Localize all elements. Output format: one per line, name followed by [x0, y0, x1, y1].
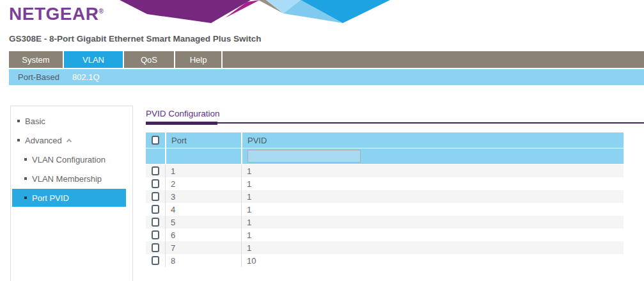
port-cell: 2 [165, 177, 241, 190]
sidebar-item-label: VLAN Membership [32, 174, 102, 184]
pvid-cell: 1 [241, 241, 624, 254]
port-cell: 7 [165, 241, 241, 254]
pvid-cell: 1 [241, 165, 624, 177]
row-checkbox[interactable] [152, 192, 159, 201]
nav-tab-system[interactable]: System [9, 51, 64, 68]
select-all-checkbox[interactable] [152, 136, 159, 145]
pvid-cell: 10 [241, 254, 624, 267]
main-content: PVID Configuration Port PVID 1 1 2 1 3 [146, 109, 644, 267]
port-cell: 8 [165, 254, 241, 267]
table-header-row: Port PVID [146, 132, 624, 149]
nav-tab-qos[interactable]: QoS [124, 51, 175, 68]
row-checkbox[interactable] [152, 230, 159, 239]
sidebar-item-basic[interactable]: Basic [11, 111, 132, 131]
subnav-item-8021q[interactable]: 802.1Q [68, 72, 109, 82]
sidebar-item-advanced[interactable]: Advanced [11, 131, 132, 150]
table-row: 8 10 [146, 254, 624, 267]
pvid-cell: 1 [241, 216, 624, 229]
sidebar-item-label: Advanced [25, 136, 62, 145]
row-checkbox[interactable] [152, 256, 159, 265]
pvid-cell: 1 [241, 229, 624, 241]
registered-mark: ® [98, 8, 104, 15]
pvid-cell: 1 [241, 190, 624, 203]
bullet-icon [17, 139, 20, 141]
subnav-item-port-based[interactable]: Port-Based [9, 72, 68, 82]
bullet-icon [24, 197, 27, 199]
pvid-table: Port PVID 1 1 2 1 3 1 4 1 [146, 132, 624, 267]
bullet-icon [24, 177, 27, 180]
table-row: 1 1 [146, 165, 624, 177]
row-checkbox[interactable] [152, 166, 159, 175]
column-header-pvid: PVID [241, 132, 624, 148]
sidebar-item-vlan-membership[interactable]: VLAN Membership [11, 169, 132, 188]
port-cell: 3 [165, 190, 241, 203]
table-row: 6 1 [146, 229, 624, 241]
pvid-filter-input[interactable] [247, 150, 361, 163]
port-cell: 5 [165, 216, 241, 229]
table-row: 2 1 [146, 177, 624, 190]
table-row: 7 1 [146, 241, 624, 254]
port-cell: 1 [165, 165, 241, 177]
caret-up-icon [67, 139, 72, 144]
sidebar: Basic Advanced VLAN Configuration VLAN M… [10, 106, 133, 281]
bullet-icon [24, 158, 27, 161]
bullet-icon [17, 120, 20, 122]
nav-tab-vlan[interactable]: VLAN [64, 51, 124, 68]
banner-graphic [120, 0, 392, 24]
sidebar-item-label: Port PVID [32, 193, 69, 203]
port-cell: 6 [165, 229, 241, 241]
nav-tab-help[interactable]: Help [175, 51, 223, 68]
pvid-cell: 1 [241, 203, 624, 216]
sidebar-item-label: Basic [25, 116, 45, 126]
row-checkbox[interactable] [152, 243, 159, 252]
column-header-port: Port [165, 132, 241, 148]
row-checkbox[interactable] [152, 218, 159, 227]
row-checkbox[interactable] [152, 179, 159, 188]
table-row: 5 1 [146, 216, 624, 229]
table-row: 3 1 [146, 190, 624, 203]
sidebar-item-vlan-configuration[interactable]: VLAN Configuration [11, 150, 132, 169]
title-underline [146, 122, 644, 127]
page-title: PVID Configuration [146, 109, 644, 118]
sidebar-item-port-pvid[interactable]: Port PVID [12, 189, 126, 207]
port-cell: 4 [165, 203, 241, 216]
sidebar-item-label: VLAN Configuration [32, 155, 106, 165]
device-title: GS308E - 8-Port Gigabit Ethernet Smart M… [9, 34, 262, 44]
table-filter-row [146, 149, 624, 165]
table-row: 4 1 [146, 203, 624, 216]
sub-nav: Port-Based 802.1Q [9, 69, 644, 85]
netgear-logo: NETGEAR® [9, 4, 104, 24]
main-nav: System VLAN QoS Help [9, 51, 644, 68]
pvid-cell: 1 [241, 177, 624, 190]
row-checkbox[interactable] [152, 205, 159, 214]
